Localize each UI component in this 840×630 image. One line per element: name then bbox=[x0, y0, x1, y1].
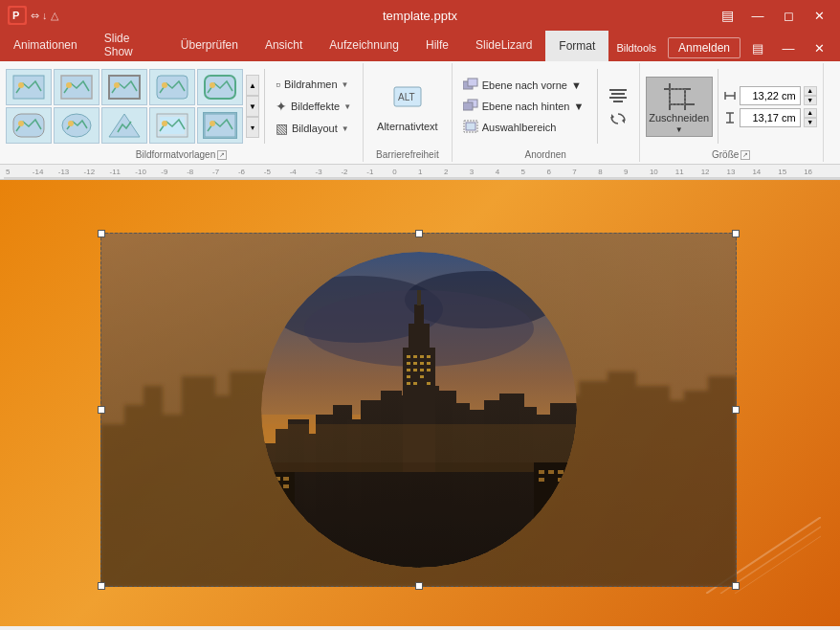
svg-text:6: 6 bbox=[546, 168, 551, 176]
dropdown-arrow3: ▼ bbox=[342, 124, 349, 133]
svg-text:-14: -14 bbox=[33, 168, 44, 176]
handle-mt[interactable] bbox=[415, 230, 423, 237]
handle-br[interactable] bbox=[732, 582, 740, 590]
minimize-ribbon-btn[interactable]: — bbox=[775, 34, 802, 61]
img-thumb-3[interactable] bbox=[101, 69, 147, 105]
ribbon-tabs-right: Bildtools Anmelden ▤ — ✕ bbox=[608, 34, 840, 61]
handle-tr[interactable] bbox=[732, 230, 740, 237]
ebene-vorne-btn[interactable]: Ebene nach vorne ▼ bbox=[458, 76, 592, 96]
bildeffekte-btn[interactable]: ✦ Bildeffekte ▼ bbox=[270, 96, 357, 117]
alternativtext-icon: ALT bbox=[392, 81, 423, 118]
height-input[interactable] bbox=[740, 108, 801, 127]
svg-point-5 bbox=[66, 82, 72, 88]
scroll-more-btn[interactable]: ▾ bbox=[246, 117, 259, 138]
dropdown-arrow5: ▼ bbox=[573, 101, 584, 112]
restore-btn[interactable]: ◻ bbox=[775, 2, 802, 29]
bildrahmen-btn[interactable]: ▫ Bildrahmen ▼ bbox=[270, 74, 357, 95]
minimize-btn[interactable]: — bbox=[744, 2, 771, 29]
handle-ml[interactable] bbox=[98, 406, 105, 414]
alternativtext-btn[interactable]: ALT Alternativtext bbox=[369, 78, 446, 136]
tab-ansicht[interactable]: Ansicht bbox=[252, 31, 316, 61]
ebene-hinten-btn[interactable]: Ebene nach hinten ▼ bbox=[458, 97, 592, 117]
close-btn[interactable]: ✕ bbox=[806, 2, 832, 29]
svg-text:-8: -8 bbox=[187, 168, 194, 176]
svg-text:1: 1 bbox=[418, 168, 423, 176]
rotate-btn[interactable] bbox=[603, 107, 633, 130]
img-thumb-6[interactable] bbox=[6, 107, 52, 144]
height-spinners: ▲ ▼ bbox=[804, 108, 817, 127]
img-thumb-9[interactable] bbox=[149, 107, 195, 144]
svg-marker-36 bbox=[611, 114, 614, 120]
img-thumb-5[interactable] bbox=[197, 69, 243, 105]
horizontal-ruler: // This is inline SVG content, not JS 5 … bbox=[0, 165, 840, 180]
bildformatvorlagen-expand[interactable]: ↗ bbox=[217, 150, 227, 160]
scroll-up-btn[interactable]: ▲ bbox=[246, 75, 259, 96]
ribbon-display-btn[interactable]: ▤ bbox=[744, 34, 771, 61]
svg-text:4: 4 bbox=[496, 168, 500, 176]
ribbon-group-anordnen: Ebene nach vorne ▼ Ebene nach hinten ▼ A… bbox=[453, 63, 640, 162]
width-down[interactable]: ▼ bbox=[804, 96, 817, 105]
tab-ueberpruefen[interactable]: Überprüfen bbox=[167, 31, 252, 61]
handle-mb[interactable] bbox=[415, 582, 423, 590]
auswahlbereich-btn[interactable]: Auswahlbereich bbox=[458, 118, 592, 138]
svg-point-3 bbox=[18, 82, 24, 88]
ribbon-tabs: Animationen Slide Show Überprüfen Ansich… bbox=[0, 31, 840, 61]
tab-slidelizard[interactable]: SlideLizard bbox=[462, 31, 545, 61]
handle-bl[interactable] bbox=[98, 582, 105, 590]
svg-text:5: 5 bbox=[6, 168, 11, 176]
size-inputs: ▲ ▼ ▲ ▼ bbox=[723, 86, 817, 127]
handle-mr[interactable] bbox=[732, 406, 740, 414]
scroll-down-btn[interactable]: ▼ bbox=[246, 96, 259, 117]
tab-slideshow[interactable]: Slide Show bbox=[91, 31, 167, 61]
svg-point-15 bbox=[68, 121, 74, 126]
thumbnail-scroll[interactable]: ▲ ▼ ▾ bbox=[246, 75, 259, 138]
svg-rect-28 bbox=[463, 102, 473, 110]
tab-format[interactable]: Format bbox=[545, 31, 608, 61]
groesse-expand[interactable]: ↗ bbox=[741, 150, 750, 160]
handle-tl[interactable] bbox=[98, 230, 105, 237]
svg-text:8: 8 bbox=[598, 168, 603, 176]
close-window-btn[interactable]: ✕ bbox=[806, 34, 832, 61]
img-thumb-8[interactable] bbox=[101, 107, 147, 144]
img-thumb-2[interactable] bbox=[54, 69, 99, 105]
svg-text:15: 15 bbox=[778, 168, 786, 176]
dropdown-arrow: ▼ bbox=[342, 80, 349, 89]
width-input[interactable] bbox=[740, 86, 801, 105]
bildlayout-btn[interactable]: ▧ Bildlayout ▼ bbox=[270, 118, 357, 139]
img-thumb-4[interactable] bbox=[149, 69, 195, 105]
align-btn[interactable] bbox=[603, 83, 633, 106]
svg-text:-9: -9 bbox=[161, 168, 168, 176]
svg-text:-11: -11 bbox=[109, 168, 121, 176]
svg-text:14: 14 bbox=[752, 168, 761, 176]
sep3 bbox=[718, 69, 718, 144]
svg-rect-41 bbox=[670, 89, 685, 104]
selection-box bbox=[100, 233, 737, 587]
tab-hilfe[interactable]: Hilfe bbox=[412, 31, 462, 61]
barrierefreiheit-label: Barrierefreiheit bbox=[376, 147, 439, 160]
svg-rect-32 bbox=[611, 93, 625, 95]
image-style-thumbnails bbox=[6, 69, 243, 144]
img-thumb-1[interactable] bbox=[6, 69, 52, 105]
svg-rect-34 bbox=[613, 101, 623, 102]
svg-rect-26 bbox=[468, 79, 477, 86]
auswahlbereich-icon bbox=[463, 120, 478, 136]
svg-rect-30 bbox=[466, 123, 475, 130]
bild-options-col: ▫ Bildrahmen ▼ ✦ Bildeffekte ▼ ▧ Bildlay… bbox=[270, 74, 357, 139]
file-title: template.pptx bbox=[383, 9, 457, 23]
width-spinners: ▲ ▼ bbox=[804, 86, 817, 105]
width-up[interactable]: ▲ bbox=[804, 86, 817, 96]
tab-animationen[interactable]: Animationen bbox=[0, 31, 91, 61]
tab-aufzeichnung[interactable]: Aufzeichnung bbox=[316, 31, 412, 61]
app-icon: P bbox=[8, 6, 27, 25]
svg-rect-33 bbox=[609, 97, 627, 99]
img-thumb-7[interactable] bbox=[54, 107, 99, 144]
anmelden-button[interactable]: Anmelden bbox=[668, 37, 741, 58]
dropdown-arrow4: ▼ bbox=[571, 79, 582, 91]
bildtools-badge[interactable]: Bildtools bbox=[608, 40, 664, 56]
ribbon-toggle-btn[interactable]: ▤ bbox=[714, 2, 741, 29]
image-container[interactable] bbox=[100, 233, 737, 587]
height-up[interactable]: ▲ bbox=[804, 108, 817, 118]
img-thumb-10[interactable] bbox=[197, 107, 243, 144]
height-down[interactable]: ▼ bbox=[804, 118, 817, 127]
zuschneiden-btn[interactable]: Zuschneiden ▼ bbox=[646, 77, 713, 137]
